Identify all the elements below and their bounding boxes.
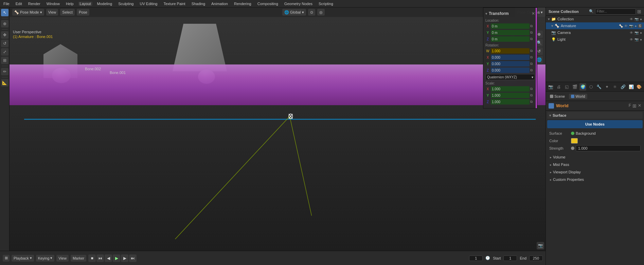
volume-section[interactable]: ▸ Volume: [547, 153, 643, 161]
collection-eye-icon[interactable]: 👁: [630, 17, 633, 21]
armature-mode-icon[interactable]: 🦴: [619, 24, 623, 28]
custom-properties-section[interactable]: ▸ Custom Properties: [547, 176, 643, 183]
scale-z-copy-icon[interactable]: ⧉: [530, 100, 535, 104]
menu-modeling[interactable]: Modeling: [96, 2, 114, 6]
scale-z-value[interactable]: 1.000: [491, 99, 530, 105]
collection-render-icon[interactable]: ●: [640, 17, 642, 21]
menu-edit[interactable]: Edit: [14, 2, 23, 6]
scale-x-copy-icon[interactable]: ⧉: [530, 87, 535, 91]
viewport-camera-icon[interactable]: 📷: [537, 242, 544, 249]
scale-y-value[interactable]: 1.000: [491, 93, 530, 98]
location-y-copy-icon[interactable]: ⧉: [530, 31, 535, 35]
world-fake-user-icon[interactable]: F: [629, 103, 631, 109]
stop-btn[interactable]: ■: [88, 254, 96, 262]
prop-icon-data[interactable]: 📊: [628, 83, 635, 91]
location-y-value[interactable]: 0 m: [491, 30, 530, 35]
prop-icon-object[interactable]: ⬡: [587, 83, 594, 91]
outliner-item-collection[interactable]: ▾ 📁 Collection 👁 📷 ●: [546, 16, 644, 22]
menu-animation[interactable]: Animation: [210, 2, 229, 6]
measure-tool-btn[interactable]: 📐: [1, 79, 8, 87]
cursor-tool-btn[interactable]: ⊕: [1, 20, 8, 27]
menu-window[interactable]: Window: [45, 2, 61, 6]
next-frame-btn[interactable]: ▶: [121, 254, 128, 262]
current-frame-box[interactable]: 1: [469, 255, 483, 261]
timeline-view-menu[interactable]: View: [56, 255, 69, 262]
prop-icon-particles[interactable]: ✦: [604, 83, 611, 91]
scale-x-value[interactable]: 1.000: [491, 86, 530, 92]
outliner-item-light[interactable]: 💡 Light 👁 📷 ●: [546, 36, 644, 43]
rotation-w-copy-icon[interactable]: ⧉: [530, 49, 535, 53]
camera-eye-icon[interactable]: 👁: [630, 31, 633, 35]
annotate-tool-btn[interactable]: ✏: [1, 68, 8, 75]
light-render-icon[interactable]: ●: [640, 38, 642, 41]
world-close-icon[interactable]: ✕: [638, 103, 641, 109]
location-x-value[interactable]: 0 m: [491, 23, 530, 29]
use-nodes-btn[interactable]: Use Nodes: [547, 120, 643, 128]
viewport-select-menu[interactable]: Select: [60, 9, 75, 16]
panel-close-icon[interactable]: ✕: [532, 11, 535, 16]
rotation-y-copy-icon[interactable]: ⧉: [530, 62, 535, 66]
armature-render-icon[interactable]: ●: [634, 24, 637, 28]
outliner-options-icon[interactable]: ⊞: [637, 9, 641, 14]
rotation-x-copy-icon[interactable]: ⧉: [530, 55, 535, 59]
snap-btn[interactable]: ⊙: [308, 9, 315, 16]
play-btn[interactable]: ▶: [113, 254, 120, 262]
rotate-tool-btn[interactable]: ↺: [1, 40, 8, 47]
camera-render-icon[interactable]: ●: [640, 31, 642, 35]
outliner-filter-icon[interactable]: 🔍: [589, 9, 594, 14]
jump-start-btn[interactable]: ⏮: [96, 254, 104, 262]
keying-menu[interactable]: Keying ▾: [36, 255, 55, 262]
viewport-display-section[interactable]: ▸ Viewport Display: [547, 168, 643, 176]
menu-file[interactable]: File: [2, 2, 11, 6]
orientation-btn[interactable]: 🌐 Global ▾: [282, 9, 306, 16]
menu-texture-paint[interactable]: Texture Paint: [162, 2, 186, 6]
strength-value[interactable]: 1.000: [576, 145, 641, 151]
viewport-scene[interactable]: User Perspective (1) Armature : Bone.001…: [10, 17, 545, 251]
prop-icon-scene[interactable]: 🎬: [571, 83, 578, 91]
color-field[interactable]: [571, 138, 578, 144]
jump-end-btn[interactable]: ⏭: [129, 254, 137, 262]
move-tool-btn[interactable]: ✥: [1, 31, 8, 39]
select-tool-btn[interactable]: ↖: [1, 9, 8, 16]
outliner-item-camera[interactable]: 📷 Camera 👁 📷 ●: [546, 29, 644, 36]
prop-icon-view-layer[interactable]: ◱: [563, 83, 570, 91]
rotation-z-value[interactable]: 0.000: [491, 68, 530, 73]
mist-pass-section[interactable]: ▸ Mist Pass: [547, 161, 643, 168]
rotation-x-value[interactable]: 0.000: [491, 55, 530, 60]
armature-cam-icon[interactable]: 📷: [629, 24, 633, 28]
prev-frame-btn[interactable]: ◀: [105, 254, 112, 262]
menu-scripting[interactable]: Scripting: [317, 2, 335, 6]
marker-menu[interactable]: Marker: [71, 255, 86, 262]
collection-cam-icon[interactable]: 📷: [634, 17, 639, 21]
outliner-item-armature[interactable]: ▾ 🦴 Armature 🦴 👁 📷 ● 6: [546, 22, 644, 29]
world-browse-icon[interactable]: ⊞: [632, 103, 637, 109]
start-frame-box[interactable]: 1: [503, 255, 517, 261]
armature-eye-icon[interactable]: 👁: [624, 24, 628, 28]
outliner-search-input[interactable]: [595, 8, 636, 15]
transform-tool-btn[interactable]: ⊞: [1, 57, 8, 64]
scale-tool-btn[interactable]: ⤢: [1, 48, 8, 56]
menu-sculpting[interactable]: Sculpting: [117, 2, 135, 6]
menu-shading[interactable]: Shading: [190, 2, 207, 6]
menu-geometry-nodes[interactable]: Geometry Nodes: [283, 2, 314, 6]
main-3d-viewport[interactable]: 🦴 Pose Mode ▾ View Select Pose 🌐 Global …: [10, 7, 545, 251]
menu-compositing[interactable]: Compositing: [256, 2, 280, 6]
playback-menu[interactable]: Playback ▾: [12, 255, 34, 262]
scene-nav-scene[interactable]: Scene: [548, 94, 567, 99]
menu-rendering[interactable]: Rendering: [233, 2, 253, 6]
viewport-mode-btn[interactable]: 🦴 Pose Mode ▾: [12, 9, 44, 16]
timeline-mode-icon[interactable]: ⊞: [3, 255, 10, 262]
location-z-value[interactable]: 0 m: [491, 36, 530, 42]
rotation-z-copy-icon[interactable]: ⧉: [530, 68, 535, 72]
end-frame-box[interactable]: 250: [529, 255, 543, 261]
surface-section-header[interactable]: ▾ Surface: [547, 112, 643, 119]
prop-icon-output[interactable]: 🖨: [555, 83, 562, 91]
prop-icon-world[interactable]: 🌍: [579, 83, 587, 91]
scene-nav-world[interactable]: World: [569, 94, 587, 99]
menu-uv-editing[interactable]: UV Editing: [138, 2, 159, 6]
scale-y-copy-icon[interactable]: ⧉: [530, 93, 535, 97]
location-x-copy-icon[interactable]: ⧉: [530, 24, 535, 28]
prop-icon-material[interactable]: 🎨: [636, 83, 643, 91]
rotation-w-value[interactable]: 1.000: [491, 48, 530, 54]
menu-layout[interactable]: Layout: [78, 2, 92, 6]
